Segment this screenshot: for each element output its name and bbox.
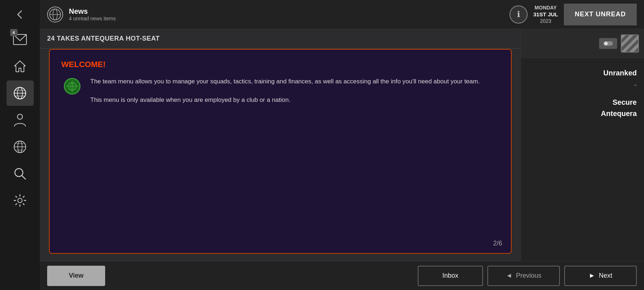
rank-label: Unranked — [603, 69, 637, 77]
search-icon — [13, 167, 26, 180]
date-year: 2023 — [533, 18, 558, 24]
next-unread-button[interactable]: NEXT UNREAD — [564, 4, 637, 25]
svg-line-14 — [22, 175, 25, 179]
back-button[interactable] — [7, 4, 33, 25]
view-button[interactable]: View — [47, 266, 105, 286]
svg-point-7 — [17, 114, 22, 119]
sidebar-item-globe[interactable] — [7, 80, 34, 106]
previous-label: Previous — [516, 272, 541, 279]
previous-button[interactable]: ◄ Previous — [487, 266, 560, 286]
page-indicator: 2/6 — [493, 240, 502, 247]
sidebar-item-home[interactable] — [7, 54, 34, 79]
sidebar-item-world[interactable] — [7, 134, 34, 160]
news-subtitle: 4 unread news items — [69, 16, 504, 21]
home-icon — [13, 59, 27, 73]
welcome-title: WELCOME! — [61, 60, 499, 69]
job-security-label: Secure — [612, 98, 637, 107]
svg-point-22 — [604, 42, 608, 45]
info-icon: ℹ — [517, 10, 520, 19]
welcome-icon-area — [61, 76, 83, 243]
svg-point-15 — [18, 198, 22, 203]
news-title: News — [69, 7, 504, 16]
info-button[interactable]: ℹ — [509, 5, 528, 24]
next-arrow-icon: ► — [589, 272, 595, 279]
main-content: 24 TAKES ANTEQUERA HOT-SEAT WELCOME! The… — [40, 29, 644, 261]
welcome-paragraph-2: This menu is only available when you are… — [90, 95, 499, 105]
date-date: 31ST JUL — [533, 11, 558, 18]
right-panel-stats: Unranked - Secure Antequera — [521, 58, 644, 261]
welcome-card: WELCOME! The team menu allows you to man… — [49, 49, 512, 254]
next-label: Next — [599, 272, 612, 279]
globe-icon — [13, 86, 27, 100]
right-panel-top — [521, 29, 644, 58]
person-icon — [14, 113, 26, 127]
topbar: News 4 unread news items ℹ MONDAY 31ST J… — [40, 0, 644, 29]
sidebar-item-inbox[interactable]: 4 — [7, 27, 34, 52]
next-button[interactable]: ► Next — [564, 266, 637, 286]
bottombar: View Inbox ◄ Previous ► Next — [40, 261, 644, 290]
welcome-text-area: The team menu allows you to manage your … — [90, 76, 499, 243]
rank-divider: - — [634, 80, 637, 90]
welcome-globe-icon — [64, 78, 80, 95]
inbox-button[interactable]: Inbox — [418, 266, 483, 286]
world-icon — [13, 140, 27, 154]
sidebar-item-settings[interactable] — [7, 188, 34, 213]
prev-arrow-icon: ◄ — [506, 272, 512, 279]
sidebar-item-search[interactable] — [7, 161, 34, 186]
gear-icon — [13, 194, 26, 207]
svg-point-19 — [68, 82, 76, 90]
news-headline: 24 TAKES ANTEQUERA HOT-SEAT — [40, 29, 521, 49]
location-label: Antequera — [601, 109, 637, 118]
news-panel: 24 TAKES ANTEQUERA HOT-SEAT WELCOME! The… — [40, 29, 521, 261]
welcome-paragraph-1: The team menu allows you to manage your … — [90, 76, 499, 86]
flag-button[interactable] — [621, 34, 639, 53]
sidebar: 4 — [0, 0, 40, 290]
news-title-block: News 4 unread news items — [69, 7, 504, 21]
svg-point-20 — [71, 82, 74, 90]
svg-marker-1 — [15, 61, 25, 72]
toggle-button[interactable] — [599, 38, 617, 49]
inbox-badge: 4 — [10, 29, 17, 36]
news-globe-icon — [47, 7, 63, 22]
welcome-body: The team menu allows you to manage your … — [61, 76, 499, 243]
right-panel: Unranked - Secure Antequera — [521, 29, 644, 261]
date-day: MONDAY — [533, 4, 558, 11]
sidebar-item-manager[interactable] — [7, 107, 34, 133]
date-block: MONDAY 31ST JUL 2023 — [533, 4, 558, 25]
